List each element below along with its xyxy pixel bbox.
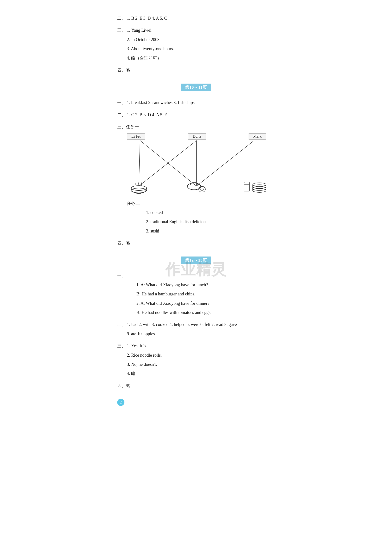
section-2-content: 1. B 2. E 3. D 4. A 5. C [127,16,167,21]
section-2: 二、 1. B 2. E 3. D 4. A 5. C [117,14,275,22]
name-mark: Mark [249,133,266,139]
section-10-4-label: 四、略 [117,239,275,247]
task2-label: 任务二： [127,200,275,207]
section-3: 三、 1. Yang Liwei. 2. In October 2003. 3.… [117,26,275,62]
section-3-prefix: 三、 [117,28,126,33]
page-badge-1-wrap: 第10～11页 [117,79,275,94]
section-4-lue-label: 四、略 [117,66,275,74]
svg-point-9 [199,186,205,192]
section-10-1-content: 1. breakfast 2. sandwiches 3. fish chips [127,100,195,105]
page-badge-2-wrap: 第12～13页 [117,252,275,267]
section-12-3-item4: 4. 略 [127,370,275,377]
section-12-2-line1: 二、 1. had 2. with 3. cooked 4. helped 5.… [117,321,275,328]
page-badge-2: 第12～13页 [181,257,211,264]
task2-item3: 3. sushi [146,227,275,235]
section-12-1-prefix: 一、 [117,273,126,278]
section-3-item3: 3. About twenty-one hours. [127,45,275,53]
section-10-2-content: 1. C 2. B 3. D 4. A 5. E [127,112,167,117]
section-12-3: 三、 1. Yes, it is. 2. Rice noodle rolls. … [117,342,275,377]
section-12-2-line2: 9. ate 10. apples [127,330,275,338]
page-number: 2 [117,399,124,406]
section-10-2-prefix: 二、 [117,112,126,117]
page-badge-1: 第10～11页 [181,84,211,91]
section-12-1-item3: 2. A: What did Xiaoyong have for dinner? [136,299,275,307]
section-12-1-label: 一、 [117,272,275,279]
matching-names-row: Li Fei Doris Mark [127,133,266,139]
section-2-prefix: 二、 [117,16,126,21]
section-12-2: 二、 1. had 2. with 3. cooked 4. helped 5.… [117,321,275,338]
task2-section: 任务二： 1. cooked 2. traditional English di… [117,200,275,235]
section-12-3-item1: 1. Yes, it is. [127,343,147,348]
food-milk-chips [242,177,266,196]
section-3-item4: 4. 略（合理即可） [127,54,275,62]
section-12-4-label: 四、略 [117,382,275,390]
section-12-2-prefix: 二、 [117,322,126,327]
section-12-1: 一、 1. A: What did Xiaoyong have for lunc… [117,272,275,316]
section-12-3-item3: 3. No, he doesn't. [127,361,275,368]
section-3-item2: 2. In October 2003. [127,36,275,43]
section-12-2-content1: 1. had 2. with 3. cooked 4. helped 5. we… [127,322,237,327]
section-10-1: 一、 1. breakfast 2. sandwiches 3. fish ch… [117,99,275,106]
food-bowl [127,177,151,196]
section-10-1-line: 一、 1. breakfast 2. sandwiches 3. fish ch… [117,99,275,106]
section-12-1-item2: B: He had a hamburger and chips. [136,290,275,298]
task2-item1: 1. cooked [146,209,275,216]
section-12-1-item4: B: He had noodles with tomatoes and eggs… [136,309,275,316]
section-10-3-label: 三、任务一： [117,123,275,131]
section-12-3-item2: 2. Rice noodle rolls. [127,351,275,359]
section-12-4: 四、略 [117,382,275,390]
section-10-2: 二、 1. C 2. B 3. D 4. A 5. E [117,111,275,119]
matching-foods-row [127,177,266,196]
section-12-3-prefix: 三、 [117,343,126,348]
section-2-label: 二、 1. B 2. E 3. D 4. A 5. C [117,14,275,22]
svg-rect-11 [244,182,249,191]
task2-item2: 2. traditional English dish delicious [146,218,275,225]
section-4-lue: 四、略 [117,66,275,74]
section-12-3-label: 三、 1. Yes, it is. [117,342,275,350]
section-10-2-line: 二、 1. C 2. B 3. D 4. A 5. E [117,111,275,119]
name-li-fei: Li Fei [127,133,145,139]
matching-diagram: Li Fei Doris Mark [127,133,266,196]
section-10-1-prefix: 一、 [117,100,126,105]
section-10-4: 四、略 [117,239,275,247]
section-10-3: 三、任务一： Li Fei Doris Mark [117,123,275,235]
section-12-1-item1: 1. A: What did Xiaoyong have for lunch? [136,281,275,289]
section-10-3-prefix: 三、任务一： [117,125,143,129]
food-sausage [184,177,209,196]
svg-point-10 [201,188,203,190]
section-3-label: 三、 1. Yang Liwei. [117,26,275,34]
section-3-item1: 1. Yang Liwei. [127,28,153,33]
name-doris: Doris [188,133,206,139]
